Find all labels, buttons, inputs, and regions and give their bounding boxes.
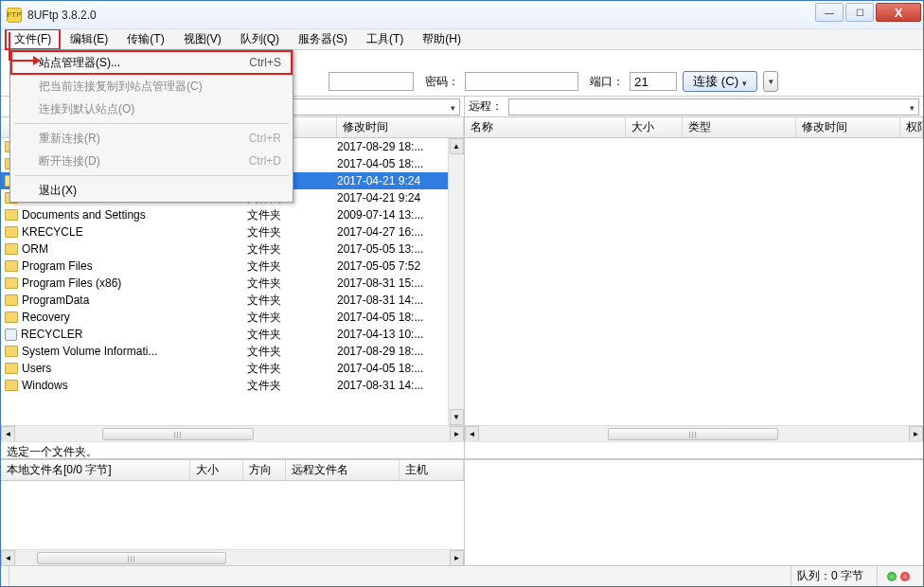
remote-path-row: 远程： bbox=[465, 97, 923, 117]
scroll-up-button[interactable]: ▲ bbox=[450, 138, 464, 154]
queue-left-hscroll[interactable]: ◄ ||| ► bbox=[1, 549, 464, 565]
window-controls: — ☐ X bbox=[813, 3, 921, 22]
menu-item[interactable]: 退出(X) bbox=[10, 179, 293, 202]
menu-separator bbox=[14, 123, 289, 124]
port-input[interactable] bbox=[630, 72, 677, 91]
menu-item: 连接到默认站点(O) bbox=[10, 98, 293, 120]
remote-hscroll[interactable]: ◄ ||| ► bbox=[465, 425, 923, 441]
scroll-down-button[interactable]: ▼ bbox=[450, 409, 464, 425]
chevron-down-icon bbox=[451, 100, 455, 114]
port-label: 端口： bbox=[590, 74, 624, 90]
scroll-left-button[interactable]: ◄ bbox=[465, 426, 479, 442]
menu-item-label: 把当前连接复制到站点管理器(C) bbox=[39, 79, 203, 95]
scroll-left-button[interactable]: ◄ bbox=[1, 550, 15, 566]
hscroll-thumb[interactable]: ||| bbox=[37, 552, 226, 564]
scroll-right-button[interactable]: ► bbox=[450, 426, 464, 442]
scroll-right-button[interactable]: ► bbox=[909, 426, 923, 442]
file-name: Windows bbox=[22, 379, 68, 392]
folder-icon bbox=[5, 363, 18, 374]
list-item[interactable]: Windows文件夹2017-08-31 14:... bbox=[1, 377, 464, 394]
menu-item[interactable]: 站点管理器(S)...Ctrl+S bbox=[10, 50, 293, 75]
queue-col-size[interactable]: 大小 bbox=[190, 460, 243, 480]
file-type: 文件夹 bbox=[247, 241, 337, 258]
local-col-mtime[interactable]: 修改时间 bbox=[337, 117, 464, 137]
file-mtime: 2017-05-05 7:52 bbox=[337, 259, 464, 273]
queue-body-left[interactable] bbox=[1, 481, 464, 549]
file-type: 文件夹 bbox=[247, 207, 337, 223]
remote-status bbox=[465, 441, 923, 458]
menu-help[interactable]: 帮助(H) bbox=[413, 28, 471, 50]
menu-transfer[interactable]: 传输(T) bbox=[117, 28, 173, 50]
remote-col-perm[interactable]: 权限 bbox=[900, 117, 923, 137]
connect-button[interactable]: 连接 (C) bbox=[683, 71, 757, 92]
remote-path-combo[interactable] bbox=[508, 98, 919, 116]
list-item[interactable]: Documents and Settings文件夹2009-07-14 13:.… bbox=[1, 206, 464, 223]
queue-col-remotename[interactable]: 远程文件名 bbox=[286, 460, 400, 480]
remote-col-type[interactable]: 类型 bbox=[683, 117, 796, 137]
menu-file[interactable]: 文件(F) bbox=[5, 28, 61, 50]
queue-body-right[interactable] bbox=[465, 460, 923, 565]
file-menu-dropdown: 站点管理器(S)...Ctrl+S把当前连接复制到站点管理器(C)连接到默认站点… bbox=[9, 49, 293, 203]
file-mtime: 2017-04-27 16:... bbox=[337, 225, 464, 239]
password-input[interactable] bbox=[465, 72, 578, 91]
minimize-button[interactable]: — bbox=[815, 3, 844, 22]
list-item[interactable]: Program Files (x86)文件夹2017-08-31 15:... bbox=[1, 275, 464, 292]
menu-shortcut: Ctrl+R bbox=[249, 132, 281, 145]
file-mtime: 2017-08-29 18:... bbox=[337, 345, 464, 358]
local-hscroll[interactable]: ◄ ||| ► bbox=[1, 425, 464, 441]
password-label: 密码： bbox=[425, 74, 459, 90]
queue-col-localname[interactable]: 本地文件名[0/0 字节] bbox=[1, 460, 190, 480]
queue-header: 本地文件名[0/0 字节] 大小 方向 远程文件名 主机 bbox=[1, 460, 464, 481]
list-item[interactable]: System Volume Informati...文件夹2017-08-29 … bbox=[1, 343, 464, 360]
queue-right bbox=[465, 460, 923, 565]
list-item[interactable]: KRECYCLE文件夹2017-04-27 16:... bbox=[1, 223, 464, 240]
local-status: 选定一个文件夹。 bbox=[1, 441, 464, 458]
file-name: Recovery bbox=[22, 311, 70, 324]
list-item[interactable]: RECYCLER文件夹2017-04-13 10:... bbox=[1, 326, 464, 343]
menu-view[interactable]: 视图(V) bbox=[174, 28, 231, 50]
file-mtime: 2017-08-29 18:... bbox=[337, 140, 464, 153]
queue-col-dir[interactable]: 方向 bbox=[243, 460, 286, 480]
list-item[interactable]: Program Files文件夹2017-05-05 7:52 bbox=[1, 258, 464, 275]
password-input-prefix[interactable] bbox=[329, 72, 414, 91]
hscroll-thumb[interactable]: ||| bbox=[102, 428, 254, 440]
menu-item-label: 重新连接(R) bbox=[39, 131, 100, 147]
file-mtime: 2017-05-05 13:... bbox=[337, 242, 464, 256]
scroll-right-button[interactable]: ► bbox=[450, 550, 464, 566]
file-mtime: 2017-04-21 9:24 bbox=[337, 191, 464, 205]
hscroll-thumb[interactable]: ||| bbox=[608, 428, 778, 440]
folder-icon bbox=[5, 226, 18, 238]
app-icon: FTP bbox=[7, 8, 22, 23]
file-name: Program Files (x86) bbox=[22, 276, 121, 290]
remote-col-mtime[interactable]: 修改时间 bbox=[796, 117, 900, 137]
list-item[interactable]: Recovery文件夹2017-04-05 18:... bbox=[1, 309, 464, 326]
file-mtime: 2017-08-31 14:... bbox=[337, 379, 464, 392]
maximize-button[interactable]: ☐ bbox=[845, 3, 874, 22]
folder-icon bbox=[5, 260, 18, 272]
menu-item-label: 站点管理器(S)... bbox=[39, 55, 120, 71]
list-item[interactable]: ProgramData文件夹2017-08-31 14:... bbox=[1, 292, 464, 309]
menu-tools[interactable]: 工具(T) bbox=[357, 28, 413, 50]
status-leds bbox=[877, 566, 915, 586]
menu-edit[interactable]: 编辑(E) bbox=[61, 28, 117, 50]
list-item[interactable]: Users文件夹2017-04-05 18:... bbox=[1, 360, 464, 377]
remote-list[interactable] bbox=[465, 138, 923, 425]
remote-col-name[interactable]: 名称 bbox=[465, 117, 626, 137]
menu-queue[interactable]: 队列(Q) bbox=[231, 28, 289, 50]
connect-history-dropdown[interactable] bbox=[763, 71, 778, 92]
file-type: 文件夹 bbox=[247, 258, 337, 275]
folder-icon bbox=[5, 311, 18, 323]
scroll-left-button[interactable]: ◄ bbox=[1, 426, 15, 442]
remote-pane: 远程： 名称 大小 类型 修改时间 权限 ◄ ||| ► bbox=[465, 97, 923, 458]
file-type: 文件夹 bbox=[247, 378, 337, 394]
folder-icon bbox=[5, 209, 18, 221]
file-mtime: 2017-04-05 18:... bbox=[337, 157, 464, 170]
queue-col-host[interactable]: 主机 bbox=[400, 460, 464, 480]
close-button[interactable]: X bbox=[876, 3, 921, 22]
remote-col-size[interactable]: 大小 bbox=[626, 117, 683, 137]
file-type: 文件夹 bbox=[247, 310, 337, 326]
file-name: System Volume Informati... bbox=[22, 345, 157, 358]
menu-server[interactable]: 服务器(S) bbox=[289, 28, 357, 50]
vertical-scrollbar[interactable]: ▲ ▼ bbox=[448, 138, 464, 425]
list-item[interactable]: ORM文件夹2017-05-05 13:... bbox=[1, 240, 464, 258]
